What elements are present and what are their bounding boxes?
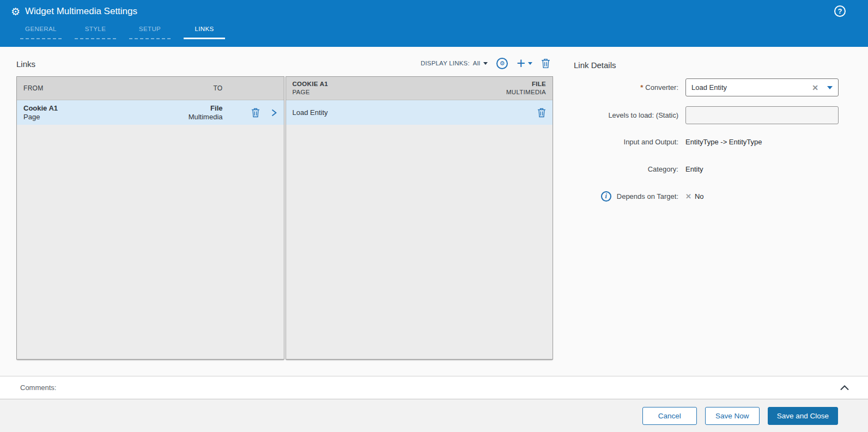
tab-style[interactable]: STYLE — [75, 26, 116, 39]
table-empty-area — [17, 125, 284, 359]
levels-label-text: Levels to load: (Static) — [608, 111, 678, 119]
category-row: Category: Entity — [567, 165, 703, 173]
collapse-comments-button[interactable] — [840, 384, 849, 393]
from-to-table-header: FROM TO — [17, 77, 284, 100]
column-header-target: FILE MULTIMEDIA — [419, 80, 546, 96]
target-type: MULTIMEDIA — [419, 88, 546, 96]
depends-label: i Depends on Target: — [567, 191, 678, 202]
dialog-footer: Cancel Save Now Save and Close — [0, 399, 868, 432]
info-icon[interactable]: i — [601, 191, 611, 202]
auto-link-gear-glyph: ⚙ — [500, 60, 505, 67]
window-title: Widget Multimedia Settings — [25, 6, 137, 17]
links-tables: FROM TO Cookie A1 Page File Multimedia — [16, 76, 553, 360]
display-links-label: DISPLAY LINKS: — [421, 60, 470, 66]
chevron-up-icon — [840, 385, 849, 391]
depends-value: ✕ No — [685, 192, 704, 200]
from-name: Cookie A1 — [23, 104, 123, 113]
to-cell: File Multimedia — [123, 104, 223, 121]
tab-general[interactable]: GENERAL — [20, 26, 62, 39]
category-label: Category: — [567, 165, 678, 173]
category-label-text: Category: — [648, 165, 678, 173]
trash-icon — [537, 108, 546, 118]
link-details-title: Link Details — [574, 60, 616, 70]
comments-bar: Comments: — [0, 376, 868, 399]
display-links-dropdown[interactable]: DISPLAY LINKS: All — [421, 60, 488, 66]
from-cell: Cookie A1 Page — [23, 104, 123, 121]
widget-settings-dialog: ⚙ Widget Multimedia Settings ? GENERAL S… — [0, 0, 868, 432]
converter-row-load-entity[interactable]: Load Entity — [286, 100, 553, 125]
save-now-button[interactable]: Save Now — [705, 407, 760, 425]
depends-value-text: No — [695, 192, 704, 200]
column-header-source: COOKIE A1 PAGE — [293, 80, 420, 96]
title-bar: ⚙ Widget Multimedia Settings ? GENERAL S… — [0, 0, 868, 47]
converter-selected-value: Load Entity — [691, 83, 812, 92]
tab-bar: GENERAL STYLE SETUP LINKS — [20, 26, 225, 39]
from-type: Page — [23, 113, 123, 121]
source-type: PAGE — [293, 88, 420, 96]
to-type: Multimedia — [123, 113, 223, 121]
trash-icon — [541, 58, 550, 69]
cancel-button[interactable]: Cancel — [642, 407, 697, 425]
levels-to-load-input[interactable] — [685, 106, 839, 124]
display-links-value: All — [473, 60, 480, 66]
depends-on-target-row: i Depends on Target: ✕ No — [567, 191, 704, 202]
settings-gear-icon: ⚙ — [11, 7, 20, 17]
column-header-to: TO — [123, 84, 223, 92]
save-and-close-button[interactable]: Save and Close — [768, 407, 838, 425]
add-link-button[interactable]: + — [517, 57, 532, 69]
plus-icon: + — [517, 57, 525, 69]
tab-setup[interactable]: SETUP — [129, 26, 171, 39]
converter-table-header: COOKIE A1 PAGE FILE MULTIMEDIA — [286, 77, 553, 100]
converter-table: COOKIE A1 PAGE FILE MULTIMEDIA Load Enti… — [286, 76, 554, 360]
levels-field-row: Levels to load: (Static) — [567, 106, 839, 124]
column-header-from: FROM — [23, 84, 123, 92]
x-mark-icon: ✕ — [685, 192, 691, 200]
required-marker: * — [640, 83, 643, 92]
link-row-cookie-a1[interactable]: Cookie A1 Page File Multimedia — [17, 100, 284, 125]
converter-label-text: Converter: — [645, 83, 678, 92]
converter-name: Load Entity — [293, 108, 538, 117]
depends-label-text: Depends on Target: — [617, 192, 678, 200]
input-output-value: EntityType -> EntityType — [685, 138, 762, 146]
delete-row-button[interactable] — [251, 108, 260, 118]
trash-icon — [251, 108, 260, 118]
category-value: Entity — [685, 165, 703, 173]
chevron-down-icon — [483, 62, 488, 65]
delete-link-button[interactable] — [541, 58, 550, 69]
comments-label: Comments: — [20, 384, 56, 392]
delete-converter-button[interactable] — [537, 108, 546, 118]
converter-field-row: * Converter: Load Entity ✕ — [567, 78, 839, 96]
input-output-label-text: Input and Output: — [624, 138, 678, 146]
chevron-down-icon — [528, 62, 532, 65]
clear-icon[interactable]: ✕ — [812, 83, 818, 92]
links-section-title: Links — [16, 59, 35, 69]
converter-label: * Converter: — [567, 83, 678, 92]
levels-label: Levels to load: (Static) — [567, 111, 678, 119]
chevron-down-icon[interactable] — [827, 86, 833, 89]
links-toolbar: DISPLAY LINKS: All ⚙ + — [411, 55, 550, 71]
to-name: File — [123, 104, 223, 113]
help-icon[interactable]: ? — [834, 5, 846, 17]
input-output-row: Input and Output: EntityType -> EntityTy… — [567, 138, 762, 146]
expand-row-button[interactable] — [271, 108, 277, 118]
converter-combobox[interactable]: Load Entity ✕ — [685, 78, 839, 96]
table-empty-area — [286, 125, 553, 359]
chevron-right-icon — [271, 108, 277, 118]
tab-links[interactable]: LINKS — [184, 26, 225, 39]
auto-link-icon[interactable]: ⚙ — [496, 58, 508, 69]
from-to-table: FROM TO Cookie A1 Page File Multimedia — [16, 76, 284, 360]
input-output-label: Input and Output: — [567, 138, 678, 146]
target-name: FILE — [419, 80, 546, 88]
source-name: COOKIE A1 — [293, 80, 420, 88]
